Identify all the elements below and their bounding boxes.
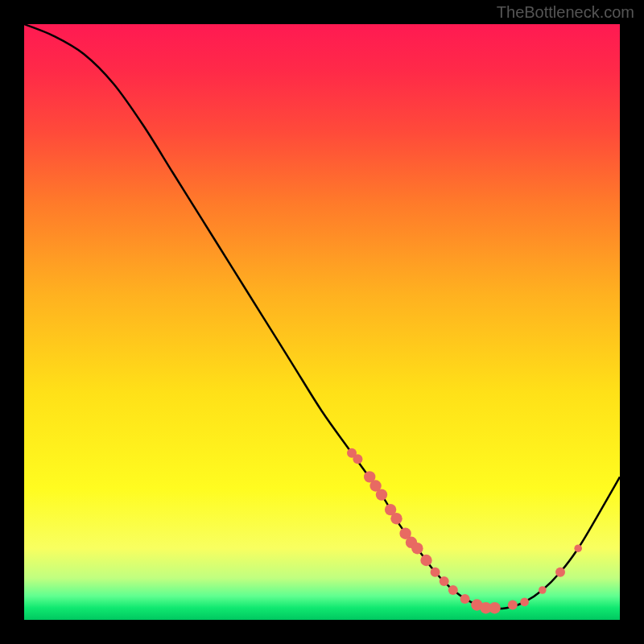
data-marker — [520, 597, 529, 606]
data-marker — [440, 576, 449, 586]
data-marker — [390, 513, 402, 524]
data-marker — [489, 602, 500, 613]
data-marker — [539, 586, 547, 594]
data-marker — [460, 594, 470, 604]
data-marker — [353, 454, 362, 464]
data-marker — [411, 543, 423, 554]
data-marker — [431, 568, 440, 577]
data-marker — [420, 555, 431, 566]
data-markers — [347, 448, 582, 614]
data-marker — [555, 568, 565, 577]
data-marker — [376, 489, 387, 500]
plot-area — [24, 24, 620, 620]
chart-svg — [24, 24, 620, 620]
watermark-text: TheBottleneck.com — [497, 3, 634, 22]
data-marker — [508, 601, 518, 610]
data-marker — [574, 544, 582, 552]
data-marker — [448, 585, 458, 595]
bottleneck-curve — [24, 24, 620, 609]
